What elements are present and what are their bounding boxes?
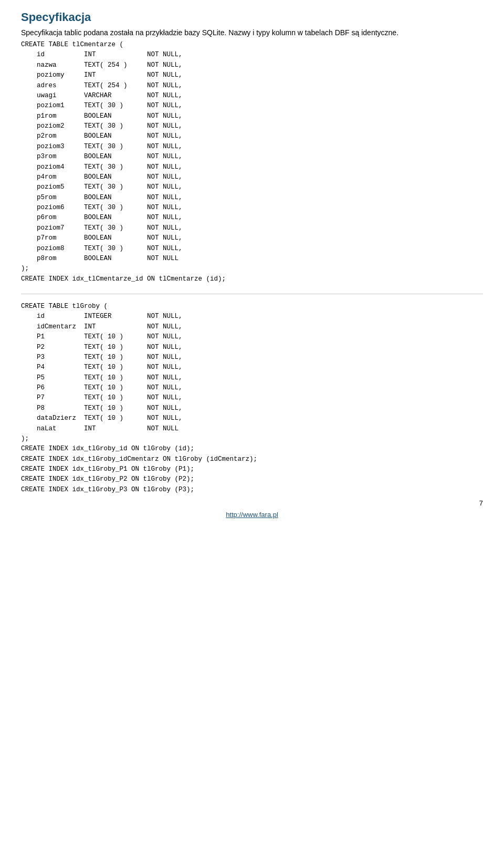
section-divider: [21, 294, 483, 294]
footer-link[interactable]: http://www.fara.pl: [226, 511, 278, 519]
code-block-1: CREATE TABLE tlCmentarze ( id INT NOT NU…: [21, 40, 483, 284]
subtitle: Specyfikacja tablic podana została na pr…: [21, 28, 483, 37]
page-footer: http://www.fara.pl 7: [21, 511, 483, 519]
code-block-2: CREATE TABLE tlGroby ( id INTEGER NOT NU…: [21, 302, 483, 495]
page-title: Specyfikacja: [21, 11, 483, 24]
page-number: 7: [479, 499, 483, 507]
